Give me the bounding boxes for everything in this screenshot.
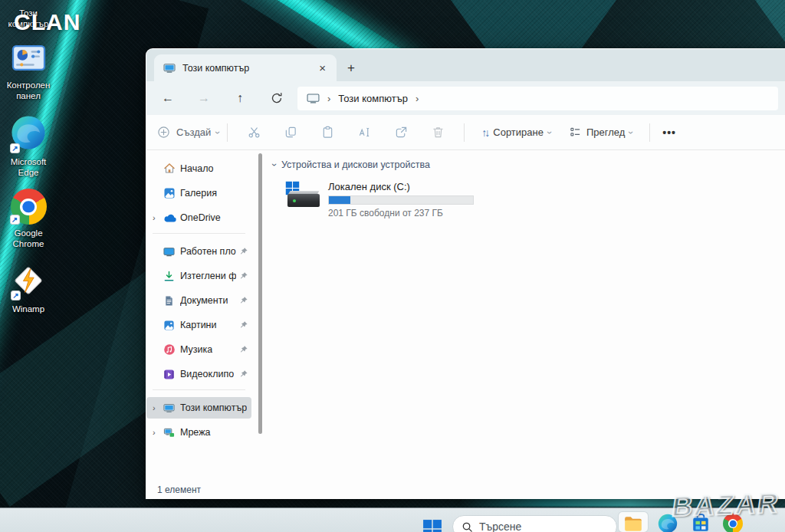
drive-usage-fill (329, 196, 350, 204)
back-button[interactable]: ← (156, 91, 179, 105)
desktop-icon-winamp[interactable]: ↗ Winamp (0, 264, 57, 314)
delete-button[interactable] (419, 126, 456, 139)
sidebar-item-desktop[interactable]: Работен пло (146, 241, 251, 262)
this-pc-icon (307, 92, 320, 105)
sidebar-item-label: Музика (180, 344, 212, 355)
chevron-down-icon[interactable]: › (269, 163, 280, 166)
rename-button[interactable] (346, 126, 383, 139)
shortcut-arrow-icon: ↗ (10, 143, 20, 153)
shortcut-arrow-icon: ↗ (11, 291, 21, 300)
chrome-icon: ↗ (11, 189, 47, 225)
up-button[interactable]: ↑ (228, 91, 251, 105)
windows-logo-icon (422, 519, 442, 532)
sidebar-item-this-pc[interactable]: › Този компютър (146, 397, 251, 419)
watermark-clan: CLAN (14, 9, 80, 35)
pictures-icon (163, 320, 180, 331)
chevron-right-icon[interactable]: › (153, 213, 163, 222)
sidebar-item-music[interactable]: Музика (146, 339, 251, 360)
desktop-icon-label: Microsoft Edge (0, 156, 57, 179)
sidebar-item-label: Картини (180, 320, 217, 330)
desktop-icon-chrome[interactable]: ↗ Google Chrome (0, 189, 57, 250)
share-button[interactable] (383, 126, 419, 139)
pin-icon (239, 369, 248, 379)
edge-icon: ↗ (11, 115, 46, 153)
onedrive-icon (163, 213, 180, 223)
watermark-bazar: BAZAR (669, 488, 781, 524)
share-icon (395, 126, 408, 139)
view-layout-icon (570, 126, 581, 138)
tab-bar: Този компютър × + (146, 49, 785, 81)
forward-button[interactable]: → (192, 91, 215, 105)
pin-icon (239, 247, 248, 256)
tab-this-pc[interactable]: Този компютър × (154, 54, 337, 81)
desktop: Този компютър Контролен панел ↗ (0, 0, 785, 532)
toolbar-separator (227, 123, 228, 142)
hard-drive-icon (284, 181, 321, 212)
winamp-icon: ↗ (11, 264, 45, 300)
documents-icon (163, 295, 180, 307)
address-bar[interactable]: › Този компютър › (297, 87, 778, 110)
chevron-down-icon: › (212, 131, 223, 134)
trash-icon (432, 126, 445, 139)
new-button-label: Създай (176, 126, 211, 138)
network-icon (163, 427, 180, 438)
sidebar-item-home[interactable]: Начало (146, 158, 251, 179)
downloads-icon (163, 271, 180, 282)
breadcrumb-this-pc[interactable]: Този компютър (338, 93, 408, 104)
paste-button[interactable] (309, 126, 346, 139)
sort-button[interactable]: ↑↓ Сортиране › (481, 126, 551, 139)
sidebar-item-gallery[interactable]: Галерия (146, 182, 251, 204)
sidebar-separator (153, 389, 245, 390)
sidebar-item-onedrive[interactable]: › OneDrive (146, 207, 251, 228)
sidebar-item-label: Изтеглени ф (180, 271, 236, 281)
pin-icon (239, 296, 248, 305)
sort-label: Сортиране (493, 126, 544, 138)
pin-icon (239, 271, 248, 281)
breadcrumb-chevron-icon[interactable]: › (327, 93, 330, 104)
chevron-right-icon[interactable]: › (153, 403, 163, 412)
close-tab-icon[interactable]: × (316, 61, 329, 74)
toolbar-separator (649, 123, 650, 142)
sidebar-item-network[interactable]: › Мрежа (146, 422, 251, 443)
desktop-icon-control-panel[interactable]: Контролен панел (0, 44, 57, 102)
drive-name: Локален диск (C:) (328, 181, 474, 192)
sidebar-scrollbar[interactable] (258, 153, 262, 434)
refresh-button[interactable] (265, 92, 288, 104)
sidebar-item-downloads[interactable]: Изтеглени ф (146, 265, 251, 287)
drive-item-local-disk-c[interactable]: Локален диск (C:) 201 ГБ свободни от 237… (284, 181, 785, 218)
new-button[interactable]: Създай › (157, 126, 219, 139)
shortcut-arrow-icon: ↗ (10, 215, 20, 225)
this-pc-icon (163, 402, 180, 414)
plus-circle-icon (157, 126, 170, 139)
copy-icon (284, 126, 297, 139)
taskbar-file-explorer-button[interactable] (623, 514, 643, 532)
desktop-icon-label: Контролен панел (0, 80, 57, 102)
sort-arrows-icon: ↑↓ (481, 126, 488, 139)
item-count: 1 елемент (157, 484, 201, 495)
desktop-icon-edge[interactable]: ↗ Microsoft Edge (0, 115, 57, 179)
sidebar-item-pictures[interactable]: Картини (146, 314, 251, 336)
view-button[interactable]: Преглед › (570, 126, 632, 138)
start-button[interactable] (422, 519, 442, 532)
sidebar-separator (153, 233, 245, 234)
folder-icon (623, 514, 643, 532)
group-header-label: Устройства и дискови устройства (281, 159, 430, 170)
sidebar-item-videos[interactable]: Видеоклипо (146, 363, 251, 385)
new-tab-button[interactable]: + (347, 61, 355, 76)
sidebar-item-label: Този компютър (180, 402, 247, 413)
sidebar-item-label: OneDrive (180, 212, 221, 223)
sidebar-item-documents[interactable]: Документи (146, 290, 251, 311)
toolbar-separator (464, 123, 465, 142)
chevron-right-icon[interactable]: › (153, 428, 163, 437)
cut-icon (248, 126, 261, 139)
cut-button[interactable] (235, 126, 272, 139)
chevron-down-icon: › (544, 131, 555, 134)
breadcrumb-chevron-icon[interactable]: › (415, 93, 419, 104)
paste-icon (321, 126, 334, 139)
taskbar-search[interactable]: Търсене (452, 515, 617, 532)
more-options-button[interactable]: ••• (662, 126, 676, 139)
group-header-devices[interactable]: › Устройства и дискови устройства (273, 159, 785, 170)
copy-button[interactable] (272, 126, 309, 139)
home-icon (163, 163, 180, 175)
pin-icon (239, 345, 248, 354)
